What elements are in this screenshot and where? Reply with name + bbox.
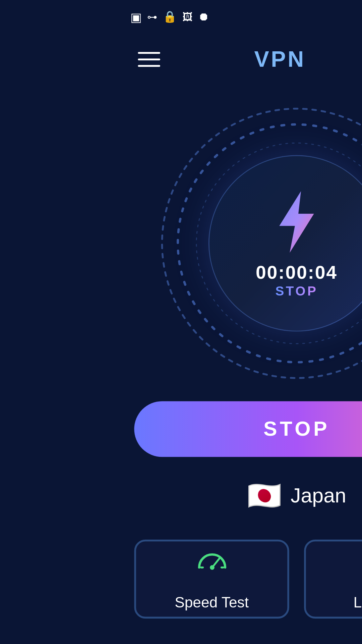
timer-display: 00:00:04: [256, 261, 338, 283]
bottom-buttons: Speed Test Location: [134, 540, 362, 619]
sim-icon: ▣: [130, 10, 141, 24]
speed-test-button[interactable]: Speed Test: [134, 540, 289, 619]
status-bar: ▣ ⊶ 🔒 🖼 ⏺ ⊖ ⊶ 4G⁺ 🔋 11:32: [116, 0, 362, 34]
lightning-icon: [269, 189, 324, 254]
hamburger-icon: [138, 52, 160, 67]
speed-test-label: Speed Test: [175, 594, 249, 611]
record-icon: ⏺: [198, 10, 209, 23]
svg-marker-3: [279, 191, 314, 252]
country-flag: 🇯🇵: [247, 479, 281, 512]
country-name: Japan: [291, 483, 346, 507]
svg-point-5: [209, 565, 214, 570]
app-title: VPN: [254, 46, 305, 72]
country-display: 🇯🇵 Japan: [247, 479, 346, 512]
vpn-circle-container[interactable]: 00:00:04 STOP: [158, 104, 362, 383]
lock-icon: 🔒: [163, 10, 177, 23]
key-icon: ⊶: [147, 11, 157, 23]
status-left-icons: ▣ ⊶ 🔒 🖼 ⏺: [130, 10, 209, 24]
top-nav: VPN ? ⎋: [116, 34, 362, 86]
stop-button[interactable]: STOP: [134, 401, 362, 457]
status-label: STOP: [275, 283, 318, 298]
image-icon: 🖼: [182, 11, 192, 22]
location-label: Location: [354, 594, 362, 611]
menu-button[interactable]: [134, 48, 164, 70]
main-content: 00:00:04 STOP STOP 🇯🇵 Japan Speed Test: [116, 86, 362, 628]
location-button[interactable]: Location: [304, 540, 362, 619]
speed-test-icon: [195, 547, 229, 587]
